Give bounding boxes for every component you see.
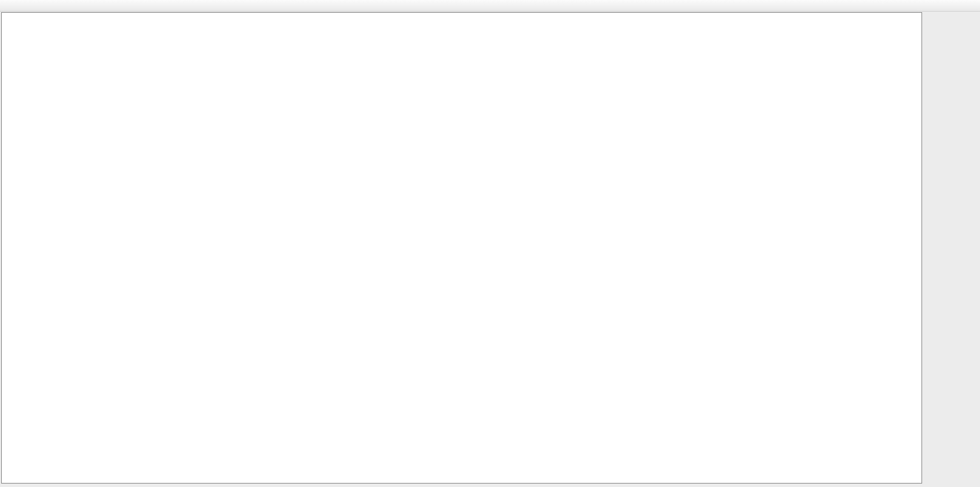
chart-title [5,14,10,21]
chart-canvas[interactable] [0,0,980,487]
